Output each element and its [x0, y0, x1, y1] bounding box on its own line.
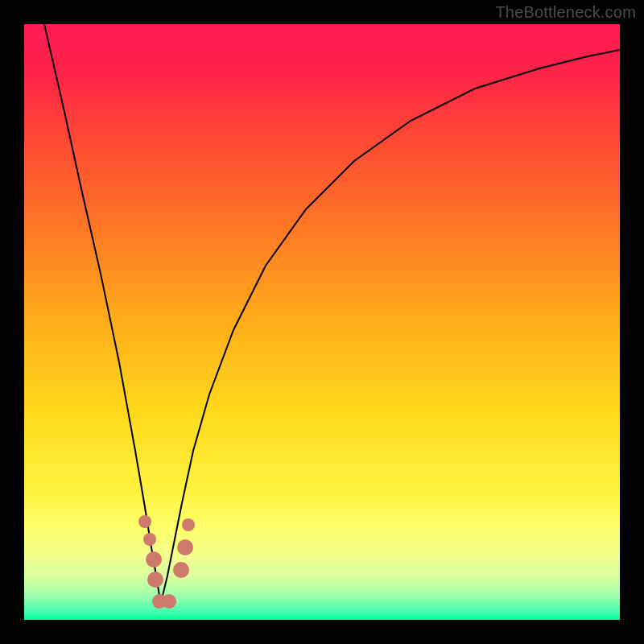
bottleneck-chart	[24, 24, 620, 620]
chart-frame: TheBottleneck.com	[0, 0, 644, 644]
curve-marker	[182, 518, 195, 531]
curve-marker	[162, 594, 176, 609]
watermark-text: TheBottleneck.com	[495, 3, 636, 22]
curve-marker	[177, 539, 193, 555]
gradient-background	[24, 24, 620, 620]
curve-marker	[138, 515, 151, 528]
curve-marker	[173, 562, 189, 578]
curve-marker	[146, 551, 162, 568]
plot-area	[24, 24, 620, 620]
curve-marker	[143, 533, 156, 546]
curve-marker	[147, 572, 163, 588]
